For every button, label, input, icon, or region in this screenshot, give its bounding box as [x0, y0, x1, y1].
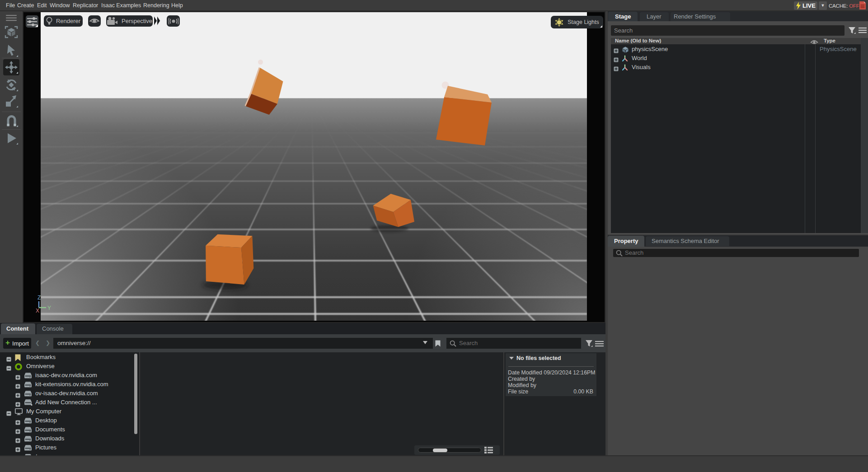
- svg-text:Z: Z: [38, 294, 41, 301]
- svg-text:Y: Y: [47, 305, 51, 311]
- svg-text:X: X: [36, 308, 39, 314]
